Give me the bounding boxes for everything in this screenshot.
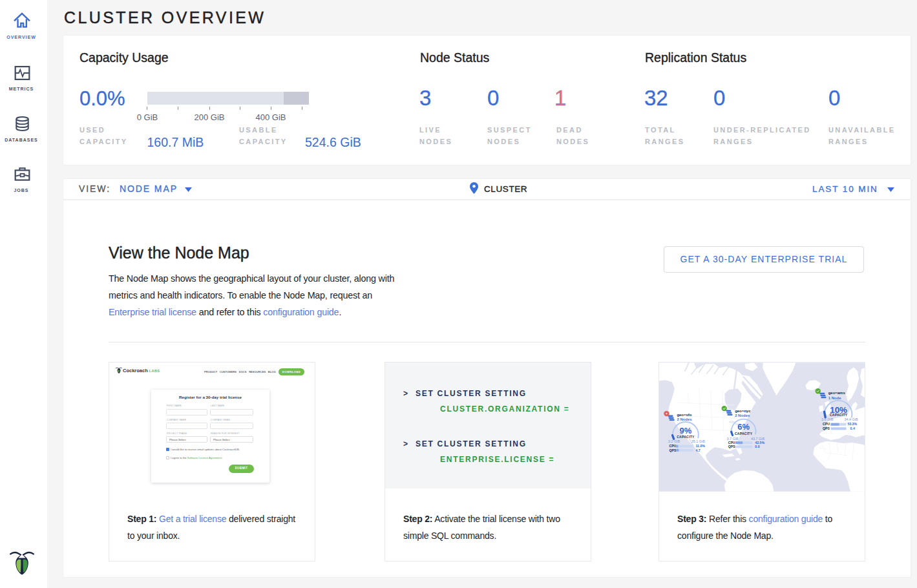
svg-text:3.7 GiB: 3.7 GiB — [727, 437, 739, 441]
svg-text:9%: 9% — [680, 426, 692, 436]
svg-text:geo=ams: geo=ams — [828, 391, 846, 395]
svg-text:0.4: 0.4 — [850, 426, 855, 430]
svg-text:34.4 GiB: 34.4 GiB — [844, 417, 858, 421]
svg-text:QPS: QPS — [728, 445, 735, 448]
svg-text:0.0: 0.0 — [755, 445, 759, 448]
svg-text:CPU: CPU — [728, 441, 735, 445]
svg-text:2 Nodes: 2 Nodes — [677, 417, 692, 421]
svg-text:CAPACITY: CAPACITY — [830, 413, 848, 417]
svg-text:geo=nyc: geo=nyc — [735, 409, 751, 413]
svg-text:QPS: QPS — [669, 448, 676, 452]
svg-text:2 Nodes: 2 Nodes — [735, 414, 750, 417]
svg-text:3.6 GiB: 3.6 GiB — [821, 417, 834, 421]
svg-text:CAPACITY: CAPACITY — [735, 432, 753, 436]
svg-text:CAPACITY: CAPACITY — [677, 435, 695, 439]
svg-text:QPS: QPS — [823, 426, 830, 430]
svg-text:3.2 GiB: 3.2 GiB — [668, 439, 680, 443]
svg-text:35.1 GiB: 35.1 GiB — [691, 439, 706, 443]
svg-text:43.7 GiB: 43.7 GiB — [751, 437, 765, 441]
svg-text:11.0%: 11.0% — [696, 444, 706, 448]
svg-text:CPU: CPU — [669, 444, 676, 448]
svg-text:42.5%: 42.5% — [755, 441, 764, 445]
svg-text:geo=sfo: geo=sfo — [677, 413, 691, 417]
svg-text:1 Node: 1 Node — [828, 396, 842, 400]
svg-text:6%: 6% — [737, 422, 750, 432]
svg-text:4.7: 4.7 — [696, 448, 701, 452]
svg-text:CPU: CPU — [823, 422, 830, 426]
svg-text:53.3%: 53.3% — [847, 422, 857, 426]
